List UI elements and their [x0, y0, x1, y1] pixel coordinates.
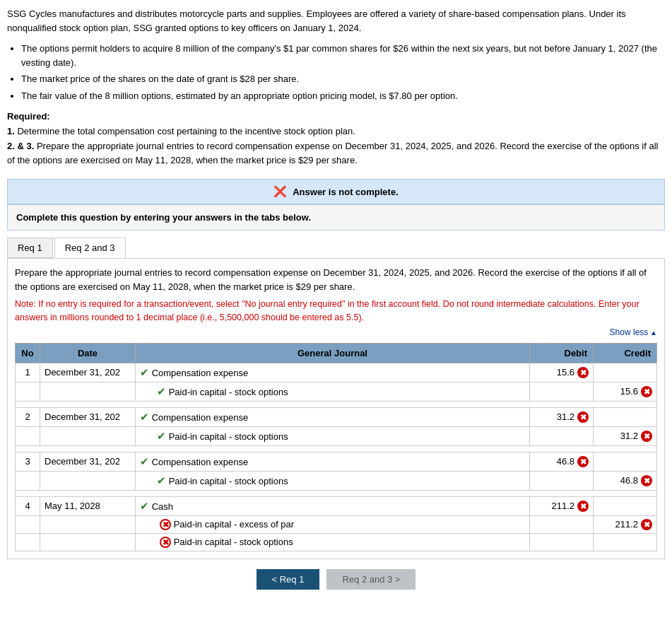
answer-banner-text: Answer is not complete.: [293, 187, 399, 197]
answer-error-icon: ❌: [273, 185, 287, 198]
check-icon: ✔: [157, 474, 166, 486]
row-journal[interactable]: ✔ Paid-in capital - stock options: [136, 471, 530, 490]
row-journal[interactable]: ✔ Compensation expense: [136, 363, 530, 382]
bullet-list: The options permit holders to acquire 8 …: [21, 42, 665, 103]
tab-instructions: Prepare the appropriate journal entries …: [15, 266, 657, 293]
col-date: Date: [40, 343, 136, 363]
req1-text: Determine the total compensation cost pe…: [17, 126, 355, 136]
error-outline-icon: ✖: [160, 537, 171, 548]
table-row: ✔ Paid-in capital - stock options15.6✖: [16, 382, 657, 401]
complete-box-text: Complete this question by entering your …: [16, 212, 656, 223]
credit-value: 211.2: [615, 519, 638, 530]
row-debit[interactable]: [530, 426, 594, 445]
tab-note: Note: If no entry is required for a tran…: [15, 298, 657, 325]
row-credit[interactable]: 46.8✖: [594, 471, 657, 490]
col-debit: Debit: [530, 343, 594, 363]
forward-button[interactable]: Req 2 and 3 >: [326, 569, 415, 590]
row-debit[interactable]: [530, 515, 594, 533]
credit-error-icon: ✖: [641, 386, 652, 397]
row-date: December 31, 202: [40, 407, 136, 426]
row-date: [40, 382, 136, 401]
row-credit[interactable]: 31.2✖: [594, 426, 657, 445]
spacer-row: [16, 401, 657, 407]
complete-box: Complete this question by entering your …: [7, 204, 665, 230]
row-credit[interactable]: [594, 496, 657, 515]
journal-text: Compensation expense: [152, 457, 249, 467]
tab-req2and3[interactable]: Req 2 and 3: [54, 238, 126, 258]
required-label: Required:: [7, 111, 50, 122]
row-debit[interactable]: [530, 382, 594, 401]
table-row: ✖ Paid-in capital - stock options: [16, 533, 657, 551]
required-section: Required: 1. Determine the total compens…: [7, 110, 665, 168]
row-journal[interactable]: ✖ Paid-in capital - excess of par: [136, 515, 530, 533]
answer-banner: ❌ Answer is not complete.: [7, 179, 665, 204]
row-journal[interactable]: ✔ Paid-in capital - stock options: [136, 426, 530, 445]
row-credit[interactable]: [594, 533, 657, 551]
bullet-item-3: The fair value of the 8 million options,…: [21, 89, 665, 103]
back-button[interactable]: < Req 1: [257, 569, 320, 590]
row-credit[interactable]: [594, 407, 657, 426]
row-credit[interactable]: 15.6✖: [594, 382, 657, 401]
journal-table: No Date General Journal Debit Credit 1De…: [15, 343, 657, 551]
table-row: 1December 31, 202✔ Compensation expense1…: [16, 363, 657, 382]
col-credit: Credit: [594, 343, 657, 363]
row-date: May 11, 2028: [40, 496, 136, 515]
row-debit[interactable]: [530, 471, 594, 490]
row-journal[interactable]: ✔ Cash: [136, 496, 530, 515]
row-no: 1: [16, 363, 40, 382]
check-icon: ✔: [140, 455, 149, 467]
row-no: [16, 533, 40, 551]
row-credit[interactable]: [594, 363, 657, 382]
row-debit[interactable]: [530, 533, 594, 551]
row-credit[interactable]: 211.2✖: [594, 515, 657, 533]
credit-error-icon: ✖: [641, 431, 652, 442]
credit-value: 31.2: [620, 431, 638, 441]
row-no: [16, 515, 40, 533]
row-debit[interactable]: 31.2✖: [530, 407, 594, 426]
error-outline-icon: ✖: [160, 519, 171, 530]
tab-content: Prepare the appropriate journal entries …: [7, 258, 665, 559]
check-icon: ✔: [140, 411, 149, 423]
row-journal[interactable]: ✖ Paid-in capital - stock options: [136, 533, 530, 551]
credit-value: 46.8: [620, 475, 638, 486]
col-journal: General Journal: [136, 343, 530, 363]
row-date: [40, 426, 136, 445]
debit-value: 31.2: [557, 411, 574, 422]
check-icon: ✔: [157, 385, 166, 397]
req2-number: 2. & 3.: [7, 141, 34, 151]
credit-error-icon: ✖: [641, 475, 652, 486]
journal-text: Compensation expense: [152, 368, 249, 378]
credit-value: 15.6: [620, 386, 638, 397]
row-no: [16, 426, 40, 445]
row-journal[interactable]: ✔ Paid-in capital - stock options: [136, 382, 530, 401]
journal-text: Paid-in capital - stock options: [169, 387, 288, 397]
journal-text: Paid-in capital - stock options: [169, 431, 288, 442]
table-row: ✖ Paid-in capital - excess of par211.2✖: [16, 515, 657, 533]
row-date: [40, 471, 136, 490]
debit-value: 211.2: [551, 501, 574, 511]
row-debit[interactable]: 211.2✖: [530, 496, 594, 515]
req1-number: 1.: [7, 126, 15, 136]
journal-text: Compensation expense: [152, 412, 249, 423]
credit-error-icon: ✖: [641, 519, 652, 530]
row-credit[interactable]: [594, 452, 657, 471]
journal-text: Paid-in capital - excess of par: [174, 519, 295, 530]
row-journal[interactable]: ✔ Compensation expense: [136, 452, 530, 471]
row-debit[interactable]: 15.6✖: [530, 363, 594, 382]
journal-text: Paid-in capital - stock options: [169, 476, 288, 486]
table-row: 3December 31, 202✔ Compensation expense4…: [16, 452, 657, 471]
tab-req1[interactable]: Req 1: [7, 238, 53, 258]
show-less-link[interactable]: Show less ▲: [15, 327, 657, 337]
journal-text: Paid-in capital - stock options: [174, 537, 293, 547]
table-row: ✔ Paid-in capital - stock options31.2✖: [16, 426, 657, 445]
check-icon: ✔: [140, 366, 149, 378]
bullet-item-2: The market price of the shares on the da…: [21, 72, 665, 86]
spacer-row: [16, 490, 657, 496]
col-no: No: [16, 343, 40, 363]
row-journal[interactable]: ✔ Compensation expense: [136, 407, 530, 426]
row-date: December 31, 202: [40, 452, 136, 471]
check-icon: ✔: [157, 430, 166, 442]
debit-value: 15.6: [557, 367, 574, 378]
row-no: 4: [16, 496, 40, 515]
row-debit[interactable]: 46.8✖: [530, 452, 594, 471]
